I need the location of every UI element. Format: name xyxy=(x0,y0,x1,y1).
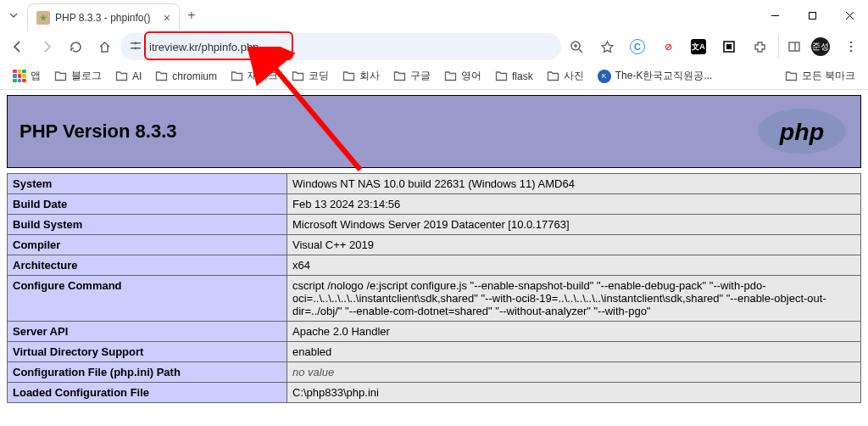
svg-rect-3 xyxy=(131,48,135,49)
toolbar-right: C ⊘ 文A 준성 xyxy=(565,35,863,59)
table-value: C:\php833\php.ini xyxy=(287,383,861,403)
bookmark-folder[interactable]: chromium xyxy=(149,66,223,86)
table-key: Build Date xyxy=(8,194,287,215)
bookmark-label: 구글 xyxy=(410,69,431,83)
table-row: CompilerVisual C++ 2019 xyxy=(8,235,861,255)
site-settings-icon[interactable] xyxy=(129,39,142,55)
bookmark-label: 사진 xyxy=(564,69,584,83)
all-bookmarks-label: 모든 북마크 xyxy=(802,69,855,83)
tab-title: PHP 8.3.3 - phpinfo() xyxy=(55,12,159,24)
folder-icon xyxy=(155,70,168,82)
all-bookmarks[interactable]: 모든 북마크 xyxy=(779,65,861,87)
browser-tab[interactable]: ★ PHP 8.3.3 - phpinfo() × xyxy=(27,3,180,31)
home-button[interactable] xyxy=(92,34,117,59)
extension-box-icon[interactable] xyxy=(717,35,741,59)
reload-button[interactable] xyxy=(63,34,88,59)
profile-avatar[interactable]: 준성 xyxy=(809,35,832,59)
table-key: Server API xyxy=(8,322,287,342)
phpinfo-header: PHP Version 8.3.3 php xyxy=(7,95,861,168)
table-row: Configure Commandcscript /nologo /e:jscr… xyxy=(8,276,861,322)
apps-shortcut[interactable]: 앱 xyxy=(7,65,47,87)
bookmark-label: chromium xyxy=(172,70,217,82)
folder-icon xyxy=(495,70,508,82)
table-value: Microsoft Windows Server 2019 Datacenter… xyxy=(287,215,861,235)
folder-icon xyxy=(115,70,128,82)
table-key: Loaded Configuration File xyxy=(8,383,287,403)
table-key: Compiler xyxy=(8,235,287,255)
apps-label: 앱 xyxy=(31,69,41,83)
side-panel-icon[interactable] xyxy=(778,35,802,59)
bookmark-star-icon[interactable] xyxy=(595,35,619,59)
bookmark-folder[interactable]: 사진 xyxy=(541,65,590,87)
svg-point-12 xyxy=(850,46,853,48)
svg-rect-0 xyxy=(809,12,815,19)
table-key: Virtual Directory Support xyxy=(8,342,287,362)
bookmark-folder[interactable]: AI xyxy=(109,66,147,86)
bookmark-folder[interactable]: 재테크 xyxy=(225,65,284,87)
apps-icon xyxy=(13,70,26,83)
svg-rect-1 xyxy=(131,42,135,44)
zoom-icon[interactable] xyxy=(565,35,588,59)
table-key: Build System xyxy=(8,215,287,235)
folder-icon xyxy=(231,70,243,82)
extension-c-icon[interactable]: C xyxy=(626,35,649,59)
url-text: itreview.kr/phpinfo.php xyxy=(149,41,553,53)
table-value: x64 xyxy=(287,255,861,276)
bookmark-folder[interactable]: 회사 xyxy=(337,65,386,87)
minimize-button[interactable] xyxy=(756,3,793,28)
bookmarks-bar: 앱 블로그AIchromium재테크코딩회사구글영어flask사진 K The-… xyxy=(0,63,868,90)
table-key: Architecture xyxy=(8,255,287,276)
svg-rect-2 xyxy=(136,42,141,44)
bookmark-label: 코딩 xyxy=(309,69,329,83)
bookmark-label: AI xyxy=(132,70,142,82)
bookmark-folder[interactable]: 코딩 xyxy=(286,65,335,87)
bookmark-folder[interactable]: 구글 xyxy=(387,65,437,87)
chevron-down-icon xyxy=(8,10,19,20)
new-tab-button[interactable]: + xyxy=(180,8,203,23)
table-value: Visual C++ 2019 xyxy=(287,235,861,255)
table-key: Configure Command xyxy=(8,276,287,322)
bookmark-label: 회사 xyxy=(359,69,380,83)
table-row: Server APIApache 2.0 Handler xyxy=(8,322,861,342)
extensions-icon[interactable] xyxy=(748,35,771,59)
bookmark-folder[interactable]: flask xyxy=(489,66,539,86)
titlebar: ★ PHP 8.3.3 - phpinfo() × + xyxy=(0,0,868,31)
back-button[interactable] xyxy=(5,34,31,59)
table-key: System xyxy=(8,174,287,194)
folder-icon xyxy=(292,70,304,82)
forward-button[interactable] xyxy=(34,34,59,59)
bookmark-label: 영어 xyxy=(461,69,481,83)
folder-icon xyxy=(342,70,355,82)
tab-search-button[interactable] xyxy=(0,10,27,20)
svg-point-13 xyxy=(850,50,853,53)
extension-s-icon[interactable]: ⊘ xyxy=(656,35,680,59)
folder-icon xyxy=(547,70,559,82)
folder-icon xyxy=(785,70,798,82)
menu-button[interactable] xyxy=(839,35,863,59)
maximize-button[interactable] xyxy=(793,3,831,28)
table-row: Loaded Configuration FileC:\php833\php.i… xyxy=(8,383,861,403)
table-row: Virtual Directory Supportenabled xyxy=(8,342,861,362)
table-value: cscript /nologo /e:jscript configure.js … xyxy=(287,276,861,322)
folder-icon xyxy=(54,70,67,82)
phpinfo-table: SystemWindows NT NAS 10.0 build 22631 (W… xyxy=(7,173,861,403)
svg-rect-4 xyxy=(136,48,141,49)
bookmark-folder[interactable]: 영어 xyxy=(438,65,487,87)
close-tab-button[interactable]: × xyxy=(164,11,170,25)
bookmark-label: flask xyxy=(512,70,533,82)
close-window-button[interactable] xyxy=(831,3,868,28)
svg-point-6 xyxy=(135,47,137,49)
bookmark-thek[interactable]: K The-K한국교직원공... xyxy=(592,65,719,87)
bookmark-folder[interactable]: 블로그 xyxy=(48,65,108,87)
svg-rect-10 xyxy=(789,42,799,51)
php-version-title: PHP Version 8.3.3 xyxy=(19,121,176,143)
extension-translate-icon[interactable]: 文A xyxy=(687,35,710,59)
folder-icon xyxy=(393,70,406,82)
table-value: enabled xyxy=(287,342,861,362)
table-row: Build SystemMicrosoft Windows Server 201… xyxy=(8,215,861,235)
window-controls xyxy=(756,3,868,28)
browser-toolbar: itreview.kr/phpinfo.php C ⊘ 文A 준성 xyxy=(0,31,868,63)
svg-point-11 xyxy=(850,42,853,44)
address-bar[interactable]: itreview.kr/phpinfo.php xyxy=(120,33,561,60)
php-logo-icon: php xyxy=(755,107,849,156)
